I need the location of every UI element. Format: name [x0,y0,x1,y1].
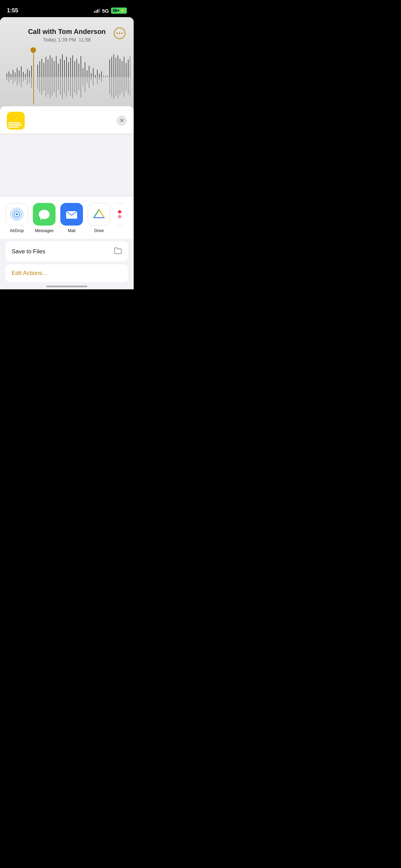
messages-icon [33,203,56,226]
airdrop-label: AirDrop [10,228,24,233]
share-app-mail[interactable]: Mail [60,203,83,233]
status-bar: 1:55 5G 59+ ⚡ [0,0,134,17]
edit-actions-button[interactable]: Edit Actions... [5,264,128,282]
signal-5g: 5G [102,8,109,14]
airdrop-icon [5,203,28,226]
close-button[interactable]: ✕ [117,116,127,126]
memo-header: Call with Tom Anderson Today, 1:39 PM 11… [0,17,134,46]
svg-point-120 [16,213,18,215]
mail-icon [60,203,83,226]
voice-memo-background: Call with Tom Anderson Today, 1:39 PM 11… [0,17,134,117]
share-actions-row: AirDrop Messages Mail [0,196,134,237]
share-app-airdrop[interactable]: AirDrop [5,203,28,233]
waveform-container [0,46,134,108]
share-sheet: ✕ AirDrop [0,106,134,289]
home-indicator [46,286,87,287]
svg-marker-122 [94,209,104,218]
mail-label: Mail [68,228,75,233]
share-list: Save to Files [5,241,128,262]
more-app-icon [115,203,124,226]
memo-menu-button[interactable] [114,27,125,39]
signal-bars [94,9,100,13]
share-app-drive[interactable]: Drive [88,203,110,233]
share-preview-icon [7,112,25,130]
messages-label: Messages [35,228,54,233]
status-time: 1:55 [7,7,18,14]
share-app-messages[interactable]: Messages [33,203,56,233]
share-app-more-partial[interactable] [115,203,124,233]
share-sheet-header: ✕ [0,106,134,134]
edit-actions-container: Edit Actions... [5,264,128,282]
folder-icon [114,247,122,256]
battery-badge: 59+ ⚡ [111,8,127,14]
drive-icon [88,203,110,226]
share-apps-section: AirDrop Messages Mail [0,196,134,239]
share-apps-area [0,134,134,196]
save-to-files-label: Save to Files [12,248,45,255]
status-right: 5G 59+ ⚡ [94,8,127,14]
waveform [3,49,130,104]
memo-title: Call with Tom Anderson [20,27,114,36]
drive-label: Drive [94,228,104,233]
save-to-files-item[interactable]: Save to Files [5,241,128,262]
memo-subtitle: Today, 1:39 PM 11:58 [20,37,114,43]
memo-title-block: Call with Tom Anderson Today, 1:39 PM 11… [20,27,114,43]
playhead-line [33,49,34,104]
